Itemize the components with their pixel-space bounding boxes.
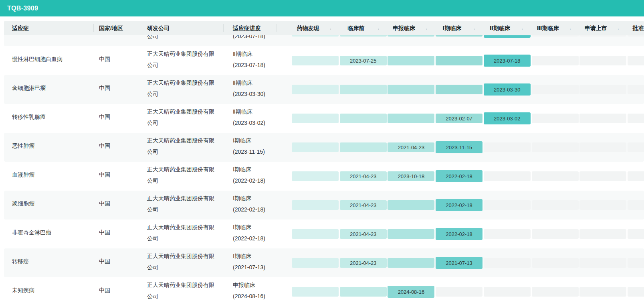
- table-row[interactable]: 血液肿瘤 中国 正大天晴药业集团股份有限 公司 Ⅰ期临床 (2022-02-18…: [0, 162, 644, 191]
- stage-bar-empty: [532, 258, 579, 268]
- stage-bar-filled: [436, 85, 482, 94]
- col-header-progress: 适应症进度: [233, 21, 261, 35]
- company-line-1: 正大天晴药业集团股份有限: [147, 222, 229, 233]
- table-row[interactable]: 非霍奇金淋巴瘤 中国 正大天晴药业集团股份有限 公司 Ⅰ期临床 (2022-02…: [0, 220, 644, 248]
- progress-date: (2023-03-02): [233, 117, 283, 128]
- arrow-right-icon: →: [567, 21, 572, 35]
- company-line-1: 正大天晴药业集团股份有限: [147, 135, 229, 146]
- progress-stage: Ⅰ期临床: [233, 193, 283, 204]
- progress-date: (2023-03-30): [233, 88, 283, 100]
- arrow-right-icon: →: [327, 21, 332, 35]
- col-header-indication: 适应症: [12, 21, 29, 35]
- stage-bar-filled: [292, 114, 339, 123]
- stage-bar-empty: [532, 287, 579, 297]
- country-cell: 中国: [99, 133, 110, 159]
- table-row[interactable]: 慢性淋巴细胞白血病 中国 正大天晴药业集团股份有限 公司 Ⅱ期临床 (2023-…: [0, 46, 644, 75]
- progress-cell: Ⅰ期临床 (2023-11-15): [233, 135, 283, 157]
- stage-bar-filled: [292, 171, 339, 181]
- stage-bar-filled: [340, 114, 387, 123]
- company-line-2: 公司: [147, 262, 229, 273]
- stage-bar-empty: [579, 287, 626, 297]
- stage-header-label: 申报临床: [388, 21, 420, 35]
- table-row[interactable]: 转移癌 中国 正大天晴药业集团股份有限 公司 Ⅰ期临床 (2021-07-13)…: [0, 248, 644, 277]
- stage-header-cell: 药物发现 →: [292, 21, 339, 35]
- stage-bar-empty: [628, 200, 644, 210]
- stage-bar-filled: 2023-07-25: [340, 56, 387, 65]
- stage-bar-empty: [532, 85, 579, 94]
- progress-stage: Ⅱ期临床: [233, 48, 283, 59]
- stage-bar-filled: [340, 85, 387, 94]
- stage-bar-empty: [484, 258, 531, 268]
- stage-header-cell: 申请上市 →: [579, 21, 626, 35]
- stage-bar-filled: [292, 258, 339, 268]
- stage-bar-empty: [579, 171, 626, 181]
- company-line-1: 正大天晴药业集团股份有限: [147, 250, 229, 262]
- stage-bar-empty: [532, 229, 579, 239]
- progress-date: (2023-07-18): [233, 59, 283, 71]
- stage-bar-empty: [628, 229, 644, 239]
- company-line-2: 公司: [147, 233, 229, 244]
- country-cell: 中国: [99, 75, 110, 102]
- table-row[interactable]: 套细胞淋巴瘤 中国 正大天晴药业集团股份有限 公司 Ⅱ期临床 (2023-03-…: [0, 75, 644, 104]
- stage-bar-filled: [292, 200, 339, 210]
- stage-bar-filled: [388, 229, 434, 239]
- stage-bar-empty: [628, 114, 644, 123]
- stage-bar-filled: [292, 142, 339, 152]
- stage-bar-empty: [628, 142, 644, 152]
- progress-date: (2024-08-16): [233, 291, 283, 302]
- header-divider: [93, 24, 94, 32]
- table-header: 适应症 国家/地区 研发公司 适应症进度 药物发现 → 临床前 → 申报临床 →…: [0, 16, 644, 35]
- progress-stage: Ⅱ期临床: [233, 77, 283, 88]
- indication-cell: 转移癌: [12, 248, 29, 275]
- stage-bar-current: 2022-02-18: [436, 228, 482, 240]
- progress-date: (2022-02-18): [233, 204, 283, 215]
- stage-header-cell: Ⅰ期临床 →: [436, 21, 482, 35]
- stage-bar-filled: 2021-04-23: [340, 229, 387, 239]
- title-bar: TQB-3909: [0, 0, 644, 16]
- stage-bar-filled: [388, 114, 434, 123]
- progress-cell: Ⅰ期临床 (2021-07-13): [233, 250, 283, 273]
- stage-bar-empty: [579, 258, 626, 268]
- stage-header-label: 临床前: [340, 21, 372, 35]
- country-cell: 中国: [99, 277, 110, 303]
- stage-bar-filled: [436, 56, 482, 65]
- company-line-2: 公司: [147, 204, 229, 215]
- stage-header-label: 批准上市: [628, 21, 644, 35]
- stage-header-label: Ⅰ期临床: [436, 21, 468, 35]
- company-cell: 正大天晴药业集团股份有限 公司: [147, 48, 229, 71]
- header-band: 适应症 国家/地区 研发公司 适应症进度 药物发现 → 临床前 → 申报临床 →…: [4, 21, 644, 35]
- stage-bar-filled: [292, 287, 339, 297]
- stage-bar-empty: [579, 142, 626, 152]
- stage-bar-filled: [292, 85, 339, 94]
- header-divider: [277, 24, 277, 32]
- stage-bar-empty: [484, 229, 531, 239]
- progress-date: (2022-02-18): [233, 175, 283, 186]
- company-line-1: 正大天晴药业集团股份有限: [147, 193, 229, 204]
- progress-date: (2022-02-18): [233, 233, 283, 244]
- arrow-right-icon: →: [519, 21, 524, 35]
- progress-cell: Ⅰ期临床 (2022-02-18): [233, 222, 283, 244]
- table-row[interactable]: 恶性肿瘤 中国 正大天晴药业集团股份有限 公司 Ⅰ期临床 (2023-11-15…: [0, 133, 644, 162]
- company-line-1: 正大天晴药业集团股份有限: [147, 77, 229, 88]
- stage-bar-empty: [532, 114, 579, 123]
- stage-bar-current: 2023-11-15: [436, 141, 482, 153]
- stage-header-cell: Ⅲ期临床 →: [532, 21, 579, 35]
- company-cell: 正大天晴药业集团股份有限 公司: [147, 135, 229, 157]
- stage-bar-empty: [579, 200, 626, 210]
- stage-bar-empty: [628, 258, 644, 268]
- table-row[interactable]: 转移性乳腺癌 中国 正大天晴药业集团股份有限 公司 Ⅱ期临床 (2023-03-…: [0, 104, 644, 133]
- stage-header-label: Ⅲ期临床: [532, 21, 564, 35]
- indication-cell: 血液肿瘤: [12, 162, 34, 188]
- company-cell: 正大天晴药业集团股份有限 公司: [147, 250, 229, 273]
- stage-bar-filled: [388, 200, 434, 210]
- stage-bar-current: 2022-02-18: [436, 199, 482, 211]
- table-row[interactable]: 未知疾病 中国 正大天晴药业集团股份有限 公司 申报临床 (2024-08-16…: [0, 277, 644, 303]
- company-line-2: 公司: [147, 175, 229, 186]
- country-cell: 中国: [99, 46, 110, 73]
- table-row[interactable]: 浆细胞瘤 中国 正大天晴药业集团股份有限 公司 Ⅰ期临床 (2022-02-18…: [0, 191, 644, 220]
- arrow-right-icon: →: [470, 21, 476, 35]
- indication-cell: 浆细胞瘤: [12, 191, 34, 217]
- stage-header-cell: 临床前 →: [340, 21, 387, 35]
- progress-cell: Ⅱ期临床 (2023-03-02): [233, 106, 283, 128]
- stage-bar-empty: [579, 56, 626, 65]
